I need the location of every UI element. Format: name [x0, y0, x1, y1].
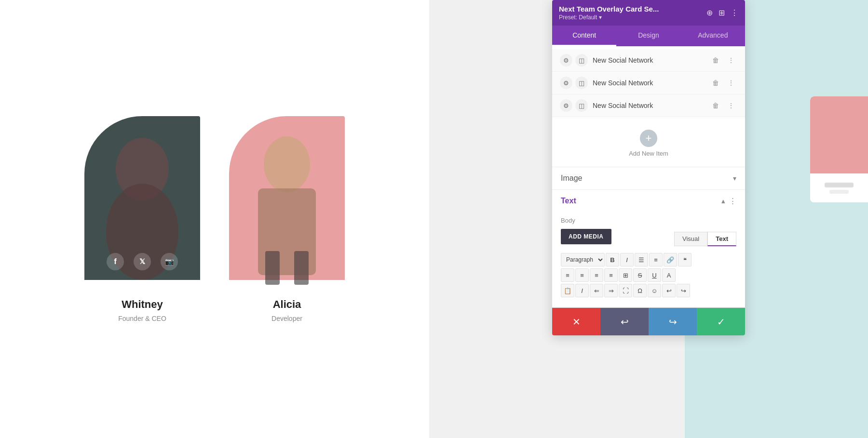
paragraph-select[interactable]: Paragraph [561, 253, 605, 266]
panel-tabs: Content Design Advanced [552, 26, 745, 46]
editor-mode-tabs: Visual Text [674, 232, 736, 246]
item-icons-left-2: ⚙ ◫ [560, 99, 588, 112]
more-options-icon-2[interactable]: ⋮ [725, 99, 737, 112]
toolbar-row-3: 📋 I ⇐ ⇒ ⛶ Ω ☺ ↩ ↪ [561, 284, 736, 297]
emoji-btn[interactable]: ☺ [648, 284, 661, 297]
fullscreen-btn[interactable]: ⛶ [619, 284, 632, 297]
mode-tab-text[interactable]: Text [707, 232, 736, 246]
panel-title: Next Team Overlay Card Se... [559, 5, 659, 13]
item-label-0: New Social Network [593, 56, 705, 64]
social-items-list: ⚙ ◫ New Social Network 🗑 ⋮ ⚙ ◫ New Socia… [552, 46, 745, 120]
screenshot-icon[interactable]: ⊕ [706, 8, 713, 17]
undo-button[interactable]: ↩ [600, 308, 649, 335]
card-image-wrap-whitney: f 𝕏 📷 [84, 116, 200, 290]
columns-icon[interactable]: ⊞ [719, 8, 725, 17]
unordered-list-btn[interactable]: ☰ [635, 253, 648, 266]
panel-header-left: Next Team Overlay Card Se... Preset: Def… [559, 5, 659, 21]
item-label-2: New Social Network [593, 102, 705, 109]
person-role-alicia: Developer [271, 315, 302, 322]
social-item-row-2: ⚙ ◫ New Social Network 🗑 ⋮ [552, 94, 745, 117]
format-btn[interactable]: I [575, 284, 589, 297]
align-right-btn[interactable]: ≡ [590, 268, 603, 282]
person-role-whitney: Founder & CEO [118, 315, 166, 322]
add-media-button[interactable]: ADD MEDIA [561, 229, 611, 244]
tab-design[interactable]: Design [616, 26, 680, 46]
panel-preset: Preset: Default ▾ [559, 14, 659, 21]
cancel-button[interactable]: ✕ [552, 308, 600, 335]
card-person-wrap-alicia: Alicia Developer [271, 298, 302, 322]
facebook-icon[interactable]: f [107, 253, 124, 270]
editor-area: Body ADD MEDIA Visual Text Paragraph [552, 212, 745, 307]
duplicate-icon-2[interactable]: ◫ [575, 99, 588, 112]
bold-btn[interactable]: B [606, 253, 619, 266]
align-center-btn[interactable]: ≡ [575, 268, 589, 282]
item-icons-right-1: 🗑 ⋮ [709, 77, 737, 89]
team-card-alicia: Alicia Developer [229, 116, 345, 322]
blockquote-btn[interactable]: ❝ [678, 253, 692, 266]
person-svg-alicia [229, 116, 345, 290]
tab-content[interactable]: Content [552, 26, 616, 46]
settings-icon-1[interactable]: ⚙ [560, 77, 572, 89]
underline-btn[interactable]: U [648, 268, 661, 282]
toolbar-row-1: Paragraph B I ☰ ≡ 🔗 ❝ [561, 253, 736, 266]
indent-btn[interactable]: ⇒ [604, 284, 618, 297]
delete-icon-2[interactable]: 🗑 [709, 99, 722, 112]
item-icons-right-2: 🗑 ⋮ [709, 99, 737, 112]
duplicate-icon-0[interactable]: ◫ [575, 54, 588, 66]
image-chevron-icon: ▾ [733, 174, 736, 182]
panel-bottom-bar: ✕ ↩ ↪ ✓ [552, 307, 745, 335]
right-card-snippet-inner [810, 96, 868, 173]
svg-rect-4 [265, 251, 280, 285]
text-chevron-up-icon[interactable]: ▴ [721, 197, 725, 205]
svg-rect-5 [294, 251, 309, 285]
paste-btn[interactable]: 📋 [561, 284, 574, 297]
more-options-icon-1[interactable]: ⋮ [725, 77, 737, 89]
ordered-list-btn[interactable]: ≡ [649, 253, 663, 266]
item-icons-left-0: ⚙ ◫ [560, 54, 588, 66]
right-card-snippet [810, 96, 868, 202]
tab-advanced[interactable]: Advanced [681, 26, 745, 46]
save-button[interactable]: ✓ [697, 308, 745, 335]
social-item-row-0: ⚙ ◫ New Social Network 🗑 ⋮ [552, 49, 745, 72]
person-name-whitney: Whitney [118, 298, 166, 311]
instagram-icon[interactable]: 📷 [161, 253, 178, 270]
link-btn[interactable]: 🔗 [664, 253, 677, 266]
delete-icon-1[interactable]: 🗑 [709, 77, 722, 89]
redo-editor-btn[interactable]: ↪ [677, 284, 690, 297]
settings-panel: Next Team Overlay Card Se... Preset: Def… [552, 0, 745, 335]
right-panel-area: Next Team Overlay Card Se... Preset: Def… [429, 0, 868, 438]
card-social-icons-whitney: f 𝕏 📷 [107, 253, 178, 270]
duplicate-icon-1[interactable]: ◫ [575, 77, 588, 89]
align-justify-btn[interactable]: ≡ [604, 268, 618, 282]
body-label: Body [561, 217, 736, 224]
delete-icon-0[interactable]: 🗑 [709, 54, 722, 66]
toolbar-row-2: ≡ ≡ ≡ ≡ ⊞ S U A [561, 268, 736, 282]
text-section-icons: ▴ ⋮ [721, 197, 736, 205]
undo-editor-btn[interactable]: ↩ [662, 284, 676, 297]
svg-point-2 [264, 136, 310, 192]
settings-icon-2[interactable]: ⚙ [560, 99, 572, 112]
settings-icon-0[interactable]: ⚙ [560, 54, 572, 66]
item-icons-left-1: ⚙ ◫ [560, 77, 588, 89]
table-btn[interactable]: ⊞ [619, 268, 632, 282]
item-label-1: New Social Network [593, 79, 705, 87]
person-name-alicia: Alicia [271, 298, 302, 311]
twitter-icon[interactable]: 𝕏 [134, 253, 151, 270]
add-new-label: Add New Item [629, 150, 668, 157]
outdent-btn[interactable]: ⇐ [590, 284, 603, 297]
redo-button[interactable]: ↪ [649, 308, 697, 335]
color-btn[interactable]: A [662, 268, 676, 282]
strikethrough-btn[interactable]: S [633, 268, 647, 282]
media-modes-row: ADD MEDIA Visual Text [561, 229, 736, 249]
more-options-icon-0[interactable]: ⋮ [725, 54, 737, 66]
mode-tab-visual[interactable]: Visual [674, 232, 707, 246]
text-section: Text ▴ ⋮ Body ADD MEDIA Visual Text [552, 190, 745, 307]
add-new-item[interactable]: + Add New Item [552, 120, 745, 167]
italic-btn[interactable]: I [620, 253, 634, 266]
more-icon[interactable]: ⋮ [731, 8, 738, 17]
omega-btn[interactable]: Ω [633, 284, 647, 297]
text-more-icon[interactable]: ⋮ [729, 197, 736, 205]
card-image-wrap-alicia [229, 116, 345, 290]
image-section[interactable]: Image ▾ [552, 167, 745, 190]
align-left-btn[interactable]: ≡ [561, 268, 574, 282]
